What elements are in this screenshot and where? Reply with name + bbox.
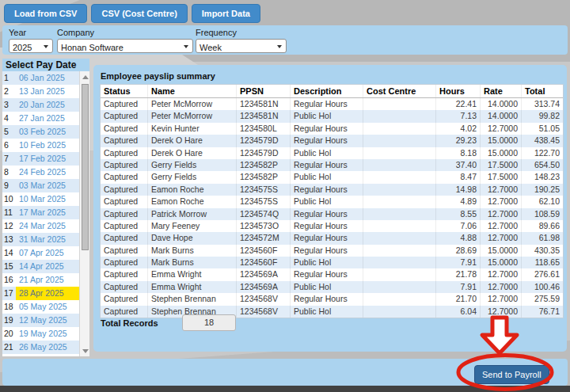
cell-hours: 37.40 [436,159,481,171]
cell-description: Regular Hours [291,184,363,196]
cell-hours: 8.55 [436,208,481,220]
pay-date-number: 1 [2,71,16,85]
pay-date-row[interactable]: 22 02 Jun 2025 [2,354,79,356]
cell-ppsn: 1234581N [237,110,291,122]
cell-total: 276.61 [522,268,563,280]
pay-date-row[interactable]: 11 17 Mar 2025 [2,206,79,219]
company-filter: Company Honan Software [57,28,193,53]
cell-ppsn: 1234582P [237,159,291,171]
pay-date-row[interactable]: 20 19 May 2025 [2,327,79,341]
cell-rate: 12.7000 [481,184,522,196]
pay-date-row[interactable]: 3 20 Jan 2025 [2,98,79,112]
cell-description: Regular Hours [291,98,363,110]
send-to-payroll-button[interactable]: Send to Payroll [474,365,549,384]
pay-date-value: 20 Jan 2025 [16,98,79,112]
pay-date-value: 12 May 2025 [16,314,79,327]
cell-rate: 12.7000 [481,208,522,220]
pay-date-row[interactable]: 14 07 Apr 2025 [2,246,79,260]
cell-cost-centre [363,159,436,171]
pay-date-row[interactable]: 17 28 Apr 2025 [2,287,79,300]
cell-hours: 21.70 [436,293,481,305]
cell-status: Captured [101,232,148,244]
cell-name: Peter McMorrow [148,98,237,110]
cell-rate: 17.5000 [481,171,522,183]
cell-rate: 12.7000 [481,306,522,318]
scrollbar-thumb[interactable] [82,84,89,250]
cell-description: Regular Hours [291,245,363,257]
payslip-row: Captured Stephen Brennan 1234568V Public… [101,306,563,318]
pay-date-row[interactable]: 16 21 Apr 2025 [2,273,79,287]
pay-date-row[interactable]: 8 24 Feb 2025 [2,166,79,179]
payslip-row: Captured Mark Burns 1234560F Regular Hou… [101,245,563,257]
cell-rate: 12.7000 [481,232,522,244]
pay-date-row[interactable]: 13 31 Mar 2025 [2,233,79,246]
payslip-row: Captured Peter McMorrow 1234581N Public … [101,110,563,122]
frequency-select[interactable]: Week [196,41,286,54]
import-data-button[interactable]: Import Data [192,4,260,23]
cell-hours: 4.02 [436,123,481,135]
cell-status: Captured [101,196,148,207]
pay-date-number: 17 [2,287,16,300]
cell-description: Regular Hours [291,220,363,232]
pay-date-value: 03 Feb 2025 [16,125,79,139]
cell-status: Captured [101,171,148,183]
pay-date-value: 06 Jan 2025 [16,71,79,85]
pay-date-row[interactable]: 4 27 Jan 2025 [2,112,79,125]
pay-date-row[interactable]: 1 06 Jan 2025 [2,71,79,85]
pay-date-row[interactable]: 10 10 Mar 2025 [2,192,79,206]
cell-hours: 21.78 [436,268,481,280]
col-header-ppsn: PPSN [237,85,291,97]
pay-date-row[interactable]: 7 17 Feb 2025 [2,152,79,166]
cell-rate: 15.0000 [481,135,522,147]
cell-description: Public Hol [291,110,363,122]
payslip-row: Captured Patrick Morrow 1234574Q Regular… [101,208,563,220]
year-label: Year [9,28,53,37]
cell-hours: 14.98 [436,184,481,196]
pay-date-row[interactable]: 19 12 May 2025 [2,314,79,327]
cell-description: Regular Hours [291,293,363,305]
cell-total: 190.25 [522,184,563,196]
pay-date-row[interactable]: 6 10 Feb 2025 [2,139,79,152]
cell-cost-centre [363,306,436,318]
payslip-row: Captured Stephen Brennan 1234568V Regula… [101,293,563,305]
pay-date-row[interactable]: 9 03 Mar 2025 [2,179,79,192]
pay-date-row[interactable]: 21 26 May 2025 [2,341,79,354]
cell-total: 275.59 [522,293,563,305]
cell-name: Peter McMorrow [148,110,237,122]
cell-description: Public Hol [291,147,363,159]
cell-hours: 22.41 [436,98,481,110]
pay-date-row[interactable]: 2 13 Jan 2025 [2,85,79,98]
pay-date-row[interactable]: 12 24 Mar 2025 [2,219,79,233]
pay-date-value: 14 Apr 2025 [16,260,79,273]
cell-total: 118.65 [522,257,563,268]
cell-ppsn: 1234579D [237,147,291,159]
pay-date-row[interactable]: 5 03 Feb 2025 [2,125,79,139]
company-select[interactable]: Honan Software [58,41,192,54]
pay-date-scrollbar[interactable] [79,71,89,356]
col-header-status: Status [101,85,148,97]
payslip-table-body: Captured Peter McMorrow 1234581N Regular… [101,98,563,318]
year-select[interactable]: 2025 [10,41,52,54]
pay-date-number: 8 [2,166,16,179]
pay-date-number: 14 [2,246,16,260]
scroll-down-icon[interactable] [80,345,89,356]
load-from-csv-button[interactable]: Load from CSV [4,4,87,23]
cell-status: Captured [101,208,148,220]
pay-date-row[interactable]: 18 05 May 2025 [2,300,79,314]
cell-total: 122.70 [522,147,563,159]
cell-ppsn: 1234575S [237,184,291,196]
cell-total: 438.45 [522,135,563,147]
pay-date-number: 21 [2,341,16,354]
cell-ppsn: 1234580L [237,123,291,135]
cell-ppsn: 1234579D [237,135,291,147]
scroll-up-icon[interactable] [80,71,89,82]
pay-date-row[interactable]: 15 14 Apr 2025 [2,260,79,273]
cell-hours: 4.89 [436,196,481,207]
cell-description: Regular Hours [291,135,363,147]
cell-ppsn: 1234582P [237,171,291,183]
csv-cost-centre-button[interactable]: CSV (Cost Centre) [91,4,187,23]
payslip-row: Captured Mary Feeney 1234573O Regular Ho… [101,220,563,232]
pay-date-value: 28 Apr 2025 [16,287,79,300]
cell-description: Regular Hours [291,159,363,171]
cell-name: Emma Wright [148,281,237,293]
